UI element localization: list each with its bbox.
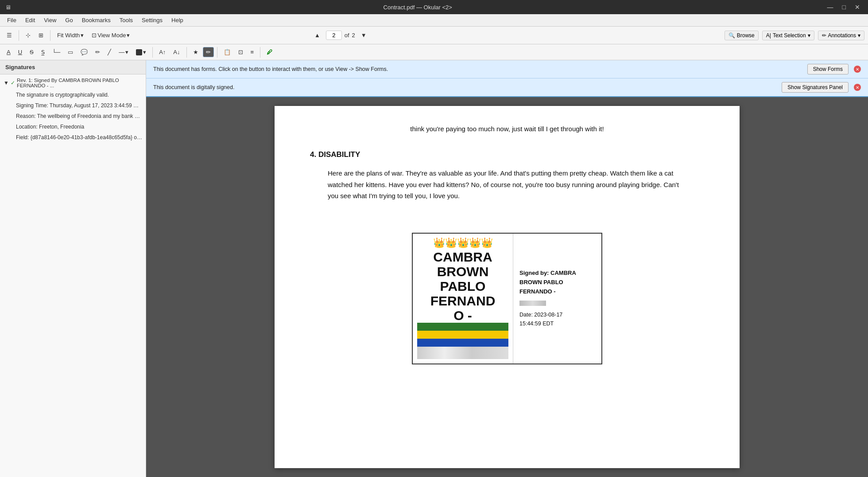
- tree-root-label: Rev. 1: Signed By CAMBRA BROWN PABLO FER…: [17, 78, 142, 88]
- show-signatures-panel-button[interactable]: Show Signatures Panel: [782, 82, 849, 93]
- title-bar-controls: — □ ✕: [825, 3, 863, 12]
- fit-width-chevron: ▾: [81, 32, 84, 39]
- strikethrough-tool-button[interactable]: S: [27, 47, 37, 57]
- minimize-button[interactable]: —: [825, 3, 836, 12]
- sig-name-line4: FERNAND: [430, 293, 496, 308]
- sep-ann1: [152, 47, 153, 58]
- tree-child-4: Field: {d87a8146-0e20-41b3-afdb-1ea48c65…: [0, 132, 146, 143]
- signed-banner-right: Show Signatures Panel ✕: [782, 82, 861, 93]
- browse-button[interactable]: 🔍 Browse: [725, 31, 759, 40]
- pdf-viewer[interactable]: think you're paying too much now, just w…: [146, 97, 868, 477]
- sidebar-toc-button[interactable]: ≡: [248, 47, 257, 57]
- menu-help[interactable]: Help: [168, 16, 187, 25]
- sig-left-panel: 👑👑👑👑👑 CAMBRA BROWN PABLO FERNAND O -: [413, 234, 513, 364]
- annotations-button[interactable]: ✏ Annotations ▾: [818, 31, 864, 40]
- signed-banner: This document is digitally signed. Show …: [146, 78, 868, 97]
- sig-name-line5: O -: [453, 308, 472, 323]
- show-forms-button[interactable]: Show Forms: [807, 64, 849, 74]
- view-mode-button[interactable]: ⊡ View Mode ▾: [89, 30, 133, 40]
- tree-child-0: The signature is cryptographically valid…: [0, 90, 146, 100]
- annotation-color-button[interactable]: 🖊: [264, 47, 275, 57]
- menu-go[interactable]: Go: [62, 16, 76, 25]
- forms-banner-right: Show Forms ✕: [807, 64, 861, 74]
- sig-name: CAMBRA BROWN PABLO FERNAND O -: [430, 250, 496, 323]
- text-selection-button[interactable]: A| Text Selection ▾: [762, 31, 814, 40]
- app-icon: 🖥: [5, 4, 11, 11]
- annotations-icon: ✏: [822, 32, 826, 39]
- bookmark-button[interactable]: ★: [190, 47, 202, 57]
- highlight-tool-button[interactable]: A: [4, 47, 14, 57]
- decrease-font-button[interactable]: A↓: [170, 47, 183, 57]
- underline-tool-button[interactable]: U: [15, 47, 25, 57]
- sig-blur-redacted: [519, 301, 546, 306]
- sep-ann4: [260, 47, 260, 58]
- freehand-tool-button[interactable]: ✏: [92, 47, 103, 57]
- sidebar-tree: ▼ ✓ Rev. 1: Signed By CAMBRA BROWN PABLO…: [0, 74, 146, 477]
- menu-edit[interactable]: Edit: [22, 16, 39, 25]
- line-style-button[interactable]: —▾: [116, 47, 132, 57]
- menu-tools[interactable]: Tools: [116, 16, 136, 25]
- pdf-section-title: 4. DISABILITY: [310, 149, 704, 160]
- tree-root-item[interactable]: ▼ ✓ Rev. 1: Signed By CAMBRA BROWN PABLO…: [0, 76, 146, 90]
- annotations-label: Annotations: [828, 32, 856, 39]
- sidebar: Signatures ▼ ✓ Rev. 1: Signed By CAMBRA …: [0, 60, 146, 477]
- page-navigation: ▲ of 2 ▼: [311, 30, 370, 40]
- tree-child-3: Location: Freeton, Freedonia: [0, 121, 146, 132]
- sep-ann2: [186, 47, 187, 58]
- sep1: [19, 30, 19, 41]
- toolbar-right: 🔍 Browse A| Text Selection ▾ ✏ Annotatio…: [725, 31, 864, 40]
- sig-right-panel: Signed by: CAMBRA BROWN PABLO FERNANDO -…: [513, 234, 601, 364]
- squiggle-tool-button[interactable]: S̲: [38, 47, 48, 57]
- window-title: Contract.pdf — Okular <2>: [11, 4, 825, 11]
- increase-font-button[interactable]: A↑: [156, 47, 169, 57]
- fill-color-button[interactable]: ▾: [133, 47, 149, 57]
- menu-view[interactable]: View: [40, 16, 60, 25]
- text-selection-label: Text Selection: [773, 32, 806, 39]
- text-selection-icon: A|: [766, 32, 771, 39]
- tree-check-icon: ✓: [11, 80, 15, 86]
- sep-ann3: [217, 47, 217, 58]
- sig-date-block: Date: 2023-08-17 15:44:59 EDT: [519, 310, 595, 328]
- tree-expand-icon: ▼: [4, 80, 9, 86]
- sig-badge-icons: 👑👑👑👑👑: [433, 238, 493, 248]
- prev-page-button[interactable]: ▲: [311, 30, 323, 40]
- sidebar-thumbnails-button[interactable]: ⊡: [235, 47, 246, 57]
- inline-note-tool-button[interactable]: └─: [49, 47, 63, 57]
- stamp-tool-button[interactable]: ✏: [203, 47, 214, 57]
- menu-bar: File Edit View Go Bookmarks Tools Settin…: [0, 14, 868, 27]
- sig-stripe-blue: [417, 339, 508, 347]
- pan-tool-button[interactable]: ⊞: [35, 30, 46, 40]
- sig-stripe-yellow: [417, 331, 508, 339]
- main-layout: Signatures ▼ ✓ Rev. 1: Signed By CAMBRA …: [0, 60, 868, 477]
- next-page-button[interactable]: ▼: [358, 30, 370, 40]
- fit-width-button[interactable]: Fit Width ▾: [54, 30, 87, 40]
- maximize-button[interactable]: □: [840, 3, 849, 12]
- close-button[interactable]: ✕: [852, 3, 863, 12]
- menu-file[interactable]: File: [4, 16, 20, 25]
- textbox-tool-button[interactable]: ▭: [65, 47, 76, 57]
- pdf-intro-text: think you're paying too much now, just w…: [310, 124, 704, 134]
- callout-tool-button[interactable]: 💬: [78, 47, 91, 57]
- line-tool-button[interactable]: ╱: [105, 47, 114, 57]
- title-bar-left: 🖥: [5, 4, 11, 11]
- browse-label: Browse: [737, 32, 755, 39]
- pdf-body-text: Here are the plans of war. They're as va…: [328, 168, 686, 202]
- menu-bookmarks[interactable]: Bookmarks: [78, 16, 114, 25]
- page-number-input[interactable]: [326, 31, 342, 40]
- sidebar-toggle-button[interactable]: ☰: [4, 30, 15, 40]
- sig-name-line1: CAMBRA: [433, 250, 492, 264]
- fit-width-label: Fit Width: [57, 32, 80, 39]
- sidebar-signatures-button[interactable]: 📋: [221, 47, 234, 57]
- view-mode-icon: ⊡: [92, 32, 97, 39]
- content-area: This document has forms. Click on the bu…: [146, 60, 868, 477]
- select-tool-button[interactable]: ⊹: [23, 30, 34, 40]
- browse-icon: 🔍: [728, 32, 735, 39]
- view-mode-chevron: ▾: [127, 32, 130, 39]
- sig-signed-by-label: Signed by: CAMBRA BROWN PABLO FERNANDO -: [519, 270, 576, 295]
- view-mode-label: View Mode: [97, 32, 126, 39]
- close-signed-banner-button[interactable]: ✕: [854, 84, 861, 91]
- sig-blur-bar: [417, 347, 508, 359]
- sig-time-line: 15:44:59 EDT: [519, 319, 595, 328]
- close-forms-banner-button[interactable]: ✕: [854, 66, 861, 73]
- menu-settings[interactable]: Settings: [138, 16, 166, 25]
